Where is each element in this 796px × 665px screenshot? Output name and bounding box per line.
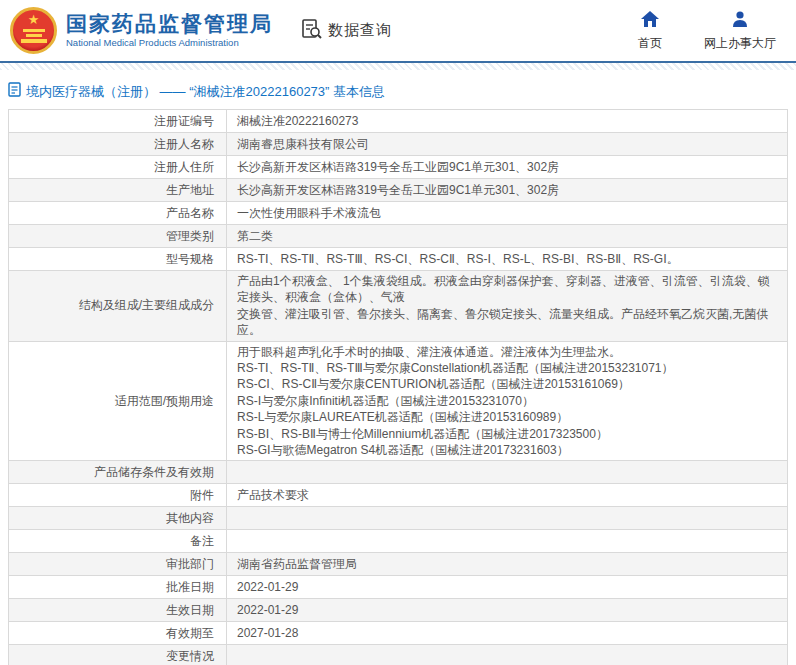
field-label: 生效日期 <box>9 599 227 622</box>
field-value: RS-TⅠ、RS-TⅡ、RS-TⅢ、RS-CⅠ、RS-CⅡ、RS-Ⅰ、RS-L、… <box>227 248 788 271</box>
field-label-text: 备注 <box>190 534 214 548</box>
page-header: ★ 国家药品监督管理局 National Medical Products Ad… <box>0 0 796 63</box>
header-divider <box>0 63 796 70</box>
field-label-text: 批准日期 <box>166 580 214 594</box>
agency-name-en: National Medical Products Administration <box>66 36 273 49</box>
field-label: 产品储存条件及有效期 <box>9 461 227 484</box>
field-label: 适用范围/预期用途 <box>9 341 227 461</box>
field-value <box>227 461 788 484</box>
field-value: 2022-01-29 <box>227 576 788 599</box>
breadcrumb: 境内医疗器械（注册） —— “湘械注准20222160273” 基本信息 <box>0 70 796 109</box>
table-row: 注册人名称湖南睿思康科技有限公司 <box>9 133 788 156</box>
field-label-text: 适用范围/预期用途 <box>115 394 214 408</box>
document-icon <box>8 82 21 101</box>
table-row: 适用范围/预期用途用于眼科超声乳化手术时的抽吸、灌注液体通道。灌注液体为生理盐水… <box>9 341 788 461</box>
field-label: 备注 <box>9 530 227 553</box>
table-row: 变更情况 <box>9 645 788 665</box>
nav-online-hall[interactable]: 网上办事大厅 <box>698 10 782 52</box>
table-row: 其他内容 <box>9 507 788 530</box>
field-value-line: RS-Ⅰ与爱尔康Infiniti机器适配（国械注进20153231070） <box>237 393 779 409</box>
field-value: 产品技术要求 <box>227 484 788 507</box>
agency-title-block: 国家药品监督管理局 National Medical Products Admi… <box>66 12 273 49</box>
field-value-line: 产品由1个积液盒、 1个集液袋组成。积液盒由穿刺器保护套、穿刺器、进液管、引流管… <box>237 273 779 306</box>
field-label-text: 产品储存条件及有效期 <box>94 465 214 479</box>
field-value: 2022-01-29 <box>227 599 788 622</box>
data-query-label: 数据查询 <box>328 21 392 40</box>
data-query-section: 数据查询 <box>301 18 392 44</box>
nav-online-hall-label: 网上办事大厅 <box>704 35 776 52</box>
field-label: 有效期至 <box>9 622 227 645</box>
field-value-line: RS-TⅠ、RS-TⅡ、RS-TⅢ与爱尔康Constellation机器适配（国… <box>237 360 779 376</box>
field-label: 注册人住所 <box>9 156 227 179</box>
field-value: 用于眼科超声乳化手术时的抽吸、灌注液体通道。灌注液体为生理盐水。RS-TⅠ、RS… <box>227 341 788 461</box>
home-icon <box>640 10 660 32</box>
field-value <box>227 645 788 665</box>
field-value-line: 交换管、灌注吸引管、鲁尔接头、隔离套、鲁尔锁定接头、流量夹组成。产品经环氧乙烷灭… <box>237 306 779 339</box>
table-row: 产品名称一次性使用眼科手术液流包 <box>9 202 788 225</box>
field-value: 湖南睿思康科技有限公司 <box>227 133 788 156</box>
field-label-text: 有效期至 <box>166 626 214 640</box>
field-label: 型号规格 <box>9 248 227 271</box>
table-row: 注册证编号湘械注准20222160273 <box>9 110 788 133</box>
field-label: 注册人名称 <box>9 133 227 156</box>
page-title: 境内医疗器械（注册） —— “湘械注准20222160273” 基本信息 <box>26 83 385 101</box>
field-label: 批准日期 <box>9 576 227 599</box>
field-value: 2027-01-28 <box>227 622 788 645</box>
field-value <box>227 530 788 553</box>
field-value-line: RS-CⅠ、RS-CⅡ与爱尔康CENTURION机器适配（国械注进2015316… <box>237 376 779 392</box>
table-row: 生产地址长沙高新开发区林语路319号全岳工业园9C1单元301、302房 <box>9 179 788 202</box>
field-value: 一次性使用眼科手术液流包 <box>227 202 788 225</box>
field-label: 注册证编号 <box>9 110 227 133</box>
field-label: 管理类别 <box>9 225 227 248</box>
field-label-text: 变更情况 <box>166 649 214 663</box>
field-label-text: 型号规格 <box>166 252 214 266</box>
nav-home-label: 首页 <box>638 35 662 52</box>
field-label: 其他内容 <box>9 507 227 530</box>
field-value: 产品由1个积液盒、 1个集液袋组成。积液盒由穿刺器保护套、穿刺器、进液管、引流管… <box>227 271 788 342</box>
table-row: 生效日期2022-01-29 <box>9 599 788 622</box>
nmpa-emblem-logo: ★ <box>10 7 57 54</box>
field-label-text: 结构及组成/主要组成成分 <box>79 298 214 312</box>
field-label: 审批部门 <box>9 553 227 576</box>
field-label-text: 审批部门 <box>166 557 214 571</box>
user-icon <box>730 10 750 32</box>
field-label-text: 管理类别 <box>166 229 214 243</box>
table-row: 注册人住所长沙高新开发区林语路319号全岳工业园9C1单元301、302房 <box>9 156 788 179</box>
field-value: 长沙高新开发区林语路319号全岳工业园9C1单元301、302房 <box>227 179 788 202</box>
field-value-line: 用于眼科超声乳化手术时的抽吸、灌注液体通道。灌注液体为生理盐水。 <box>237 344 779 360</box>
field-label-text: 其他内容 <box>166 511 214 525</box>
data-query-icon <box>301 18 323 44</box>
field-label: 结构及组成/主要组成成分 <box>9 271 227 342</box>
field-label-text: 注册人名称 <box>154 137 214 151</box>
field-label: 附件 <box>9 484 227 507</box>
field-value: 长沙高新开发区林语路319号全岳工业园9C1单元301、302房 <box>227 156 788 179</box>
agency-name-cn: 国家药品监督管理局 <box>66 12 273 36</box>
field-label-text: 生效日期 <box>166 603 214 617</box>
field-label: 变更情况 <box>9 645 227 665</box>
field-value: 湖南省药品监督管理局 <box>227 553 788 576</box>
table-row: 产品储存条件及有效期 <box>9 461 788 484</box>
registration-info-table: 注册证编号湘械注准20222160273注册人名称湖南睿思康科技有限公司注册人住… <box>8 109 788 665</box>
table-row: 有效期至2027-01-28 <box>9 622 788 645</box>
field-label-text: 附件 <box>190 488 214 502</box>
field-value-line: RS-L与爱尔康LAUREATE机器适配（国械注进20153160989） <box>237 409 779 425</box>
table-row: 附件产品技术要求 <box>9 484 788 507</box>
table-row: 批准日期2022-01-29 <box>9 576 788 599</box>
table-row: 管理类别第二类 <box>9 225 788 248</box>
field-value-line: RS-GⅠ与歌德Megatron S4机器适配（国械注进20173231603） <box>237 442 779 458</box>
field-label-text: 产品名称 <box>166 206 214 220</box>
table-row: 结构及组成/主要组成成分产品由1个积液盒、 1个集液袋组成。积液盒由穿刺器保护套… <box>9 271 788 342</box>
field-value: 湘械注准20222160273 <box>227 110 788 133</box>
field-label: 产品名称 <box>9 202 227 225</box>
table-row: 备注 <box>9 530 788 553</box>
field-label-text: 生产地址 <box>166 183 214 197</box>
field-value-line: RS-BⅠ、RS-BⅡ与博士伦Millennium机器适配（国械注进201732… <box>237 426 779 442</box>
field-value <box>227 507 788 530</box>
field-value: 第二类 <box>227 225 788 248</box>
table-row: 型号规格RS-TⅠ、RS-TⅡ、RS-TⅢ、RS-CⅠ、RS-CⅡ、RS-Ⅰ、R… <box>9 248 788 271</box>
table-row: 审批部门湖南省药品监督管理局 <box>9 553 788 576</box>
nav-home[interactable]: 首页 <box>608 10 692 52</box>
field-label-text: 注册人住所 <box>154 160 214 174</box>
field-label: 生产地址 <box>9 179 227 202</box>
field-label-text: 注册证编号 <box>154 114 214 128</box>
